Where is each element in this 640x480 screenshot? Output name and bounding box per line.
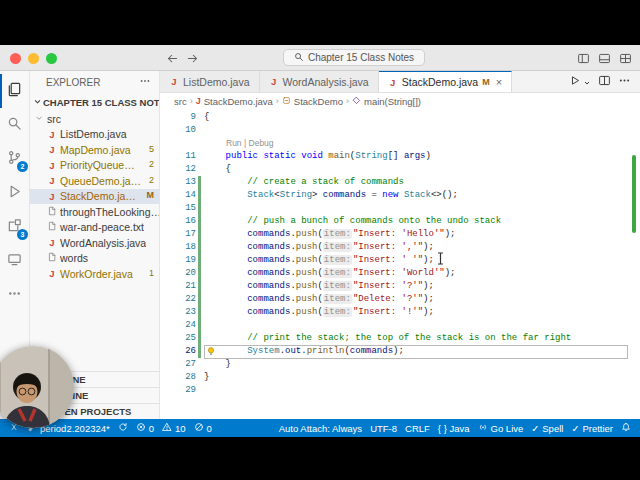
more-actions-icon[interactable] <box>618 73 631 91</box>
close-tab-button[interactable]: × <box>496 76 502 88</box>
customize-layout-icon[interactable] <box>619 51 632 69</box>
breadcrumb-stackdemo-java[interactable]: JStackDemo.java <box>196 96 273 107</box>
split-editor-icon[interactable] <box>598 73 611 91</box>
status-encoding[interactable]: UTF-8 <box>366 419 401 437</box>
git-gutter-mark <box>198 345 201 358</box>
code-line-11[interactable]: 11 public static void main(String[] args… <box>160 150 640 163</box>
line-number: 17 <box>160 228 196 241</box>
code-line-15[interactable]: 15 <box>160 202 640 215</box>
code-line-23[interactable]: 23 commands.push(item:"Insert: '!'"); <box>160 306 640 319</box>
status-problems-warnings[interactable]: 10 <box>158 419 190 437</box>
tree-item-mapdemo-java[interactable]: JMapDemo.java5 <box>30 142 159 158</box>
check-icon: ✓ <box>531 423 539 434</box>
code-text: System.out.println(commands); <box>204 345 404 358</box>
tab-listdemo-java[interactable]: JListDemo.java <box>160 71 260 92</box>
tree-item-queuedemo-ja[interactable]: JQueueDemo.ja…2 <box>30 173 159 189</box>
status-go-live[interactable]: Go Live <box>474 419 528 437</box>
tree-item-words[interactable]: words <box>30 251 159 267</box>
line-number: 25 <box>160 332 196 345</box>
activity-search-button[interactable] <box>0 108 29 142</box>
code-line-19[interactable]: 19 commands.push(item:"Insert: ' '"); <box>160 254 640 267</box>
code-line-25[interactable]: 25 // print the stack; the top of the st… <box>160 332 640 345</box>
breadcrumb-src[interactable]: src <box>174 96 187 107</box>
close-window-button[interactable] <box>10 53 21 64</box>
code-line-10[interactable]: 10 <box>160 124 640 137</box>
tab-wordanalysis-java[interactable]: JWordAnalysis.java <box>260 71 379 92</box>
code-line-29[interactable]: 29 <box>160 384 640 397</box>
run-java-button[interactable] <box>568 73 581 91</box>
check-icon: ✓ <box>571 423 579 434</box>
tree-item-priorityqueue[interactable]: JPriorityQueue…2 <box>30 158 159 174</box>
status-label: Auto Attach: Always <box>279 423 362 434</box>
activity-run-debug-button[interactable] <box>0 176 29 210</box>
activity-extensions-button[interactable]: 3 <box>0 210 29 244</box>
method-sym-icon <box>352 96 361 107</box>
scrollbar-added-marker[interactable] <box>632 155 636 233</box>
activity-explorer-button[interactable] <box>0 74 29 108</box>
zoom-window-button[interactable] <box>46 53 57 64</box>
tree-item-src[interactable]: src <box>30 111 159 127</box>
status-auto-attach[interactable]: Auto Attach: Always <box>275 419 366 437</box>
code-line-24[interactable]: 24 <box>160 319 640 332</box>
navigate-back-button[interactable] <box>166 51 179 69</box>
code-line-28[interactable]: 28} <box>160 371 640 384</box>
tree-item-wordanalysis-java[interactable]: JWordAnalysis.java <box>30 235 159 251</box>
workspace-section-header[interactable]: CHAPTER 15 CLASS NOT… <box>30 93 159 111</box>
code-line-20[interactable]: 20 commands.push(item:"Insert: 'World'")… <box>160 267 640 280</box>
status-notifications[interactable] <box>617 419 635 437</box>
status-problems-errors[interactable]: 0 <box>132 419 158 437</box>
tab-stackdemo-java[interactable]: JStackDemo.javaM× <box>379 71 512 92</box>
git-gutter-mark <box>198 202 201 215</box>
line-number: 26 <box>160 345 196 358</box>
code-text: commands.push(item:"Insert: 'World'"); <box>204 267 456 280</box>
status-eol[interactable]: CRLF <box>401 419 434 437</box>
tree-item-label: war-and-peace.txt <box>60 221 144 233</box>
code-line-17[interactable]: 17 commands.push(item:"Insert: 'Hello'")… <box>160 228 640 241</box>
explorer-more-actions-icon[interactable] <box>139 75 151 89</box>
java-file-icon: J <box>47 268 57 279</box>
breadcrumb-main-string[interactable]: main(String[]) <box>352 96 421 107</box>
status-prettier[interactable]: ✓Prettier <box>567 419 617 437</box>
activity-source-control-button[interactable]: 2 <box>0 142 29 176</box>
status-spell[interactable]: ✓Spell <box>527 419 567 437</box>
tree-item-label: MapDemo.java <box>60 144 131 156</box>
tab-label: ListDemo.java <box>183 76 250 88</box>
status-ports[interactable]: 0 <box>190 419 216 437</box>
code-line-9[interactable]: 9{ <box>160 111 640 124</box>
code-line-12[interactable]: 12 { <box>160 163 640 176</box>
run-dropdown-icon[interactable] <box>588 73 591 91</box>
status-language-mode[interactable]: { } Java <box>434 419 474 437</box>
tree-item-workorder-java[interactable]: JWorkOrder.java1 <box>30 266 159 282</box>
line-number: 19 <box>160 254 196 267</box>
git-gutter-mark <box>198 293 201 306</box>
minimize-window-button[interactable] <box>28 53 39 64</box>
codelens-run-debug[interactable]: Run | Debug <box>160 137 640 150</box>
tree-item-badge: 2 <box>149 159 154 169</box>
code-line-22[interactable]: 22 commands.push(item:"Delete: '?'"); <box>160 293 640 306</box>
code-line-21[interactable]: 21 commands.push(item:"Insert: '?'"); <box>160 280 640 293</box>
tab-bar-tabs: JListDemo.javaJWordAnalysis.javaJStackDe… <box>160 71 512 92</box>
status-bar: period2.202324*0100 Auto Attach: AlwaysU… <box>0 419 640 437</box>
activity-more-button[interactable] <box>0 278 29 312</box>
code-line-18[interactable]: 18 commands.push(item:"Insert: ','"); <box>160 241 640 254</box>
tree-item-war-and-peace-txt[interactable]: war-and-peace.txt <box>30 220 159 236</box>
code-line-27[interactable]: 27 } <box>160 358 640 371</box>
code-line-14[interactable]: 14 Stack<String> commands = new Stack<>(… <box>160 189 640 202</box>
code-line-26[interactable]: 26 System.out.println(commands); <box>160 345 640 358</box>
breadcrumb-stackdemo[interactable]: StackDemo <box>282 96 343 107</box>
lightbulb-icon[interactable] <box>206 346 216 357</box>
navigate-forward-button[interactable] <box>186 51 199 69</box>
toggle-sidebar-icon[interactable] <box>577 51 590 69</box>
tree-item-stackdemo-ja[interactable]: JStackDemo.ja…M <box>30 189 159 205</box>
java-file-icon: J <box>47 175 57 186</box>
code-line-16[interactable]: 16 // push a bunch of commands onto the … <box>160 215 640 228</box>
code-area[interactable]: 9{10Run | Debug11 public static void mai… <box>160 109 640 419</box>
activity-remote-explorer-button[interactable] <box>0 244 29 278</box>
tree-item-listdemo-java[interactable]: JListDemo.java <box>30 127 159 143</box>
command-center-search[interactable]: Chapter 15 Class Notes <box>283 49 425 66</box>
breadcrumb-label: StackDemo.java <box>204 96 273 107</box>
tree-item-throughthelooking[interactable]: throughTheLooking… <box>30 204 159 220</box>
toggle-panel-icon[interactable] <box>598 51 611 69</box>
code-line-13[interactable]: 13 // create a stack of commands <box>160 176 640 189</box>
status-sync[interactable] <box>114 419 132 437</box>
